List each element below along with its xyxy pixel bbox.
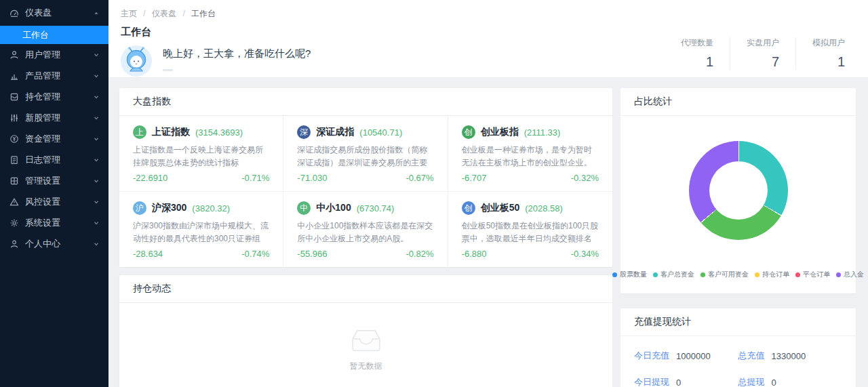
recharge-stats-title: 充值提现统计 [620,308,856,336]
chevron-down-icon [93,220,100,226]
bar-chart-icon [9,70,19,81]
legend-item-total-deposit[interactable]: 总入金 [836,270,864,279]
stat-agents: 代理数量 1 [665,37,730,70]
sidebar-item-funds-mgmt[interactable]: 资金管理 [0,128,108,149]
index-value: (2111.33) [524,127,561,138]
recharge-label: 总提现 [738,376,765,387]
index-value: (10540.71) [359,127,402,138]
legend-dot [755,272,760,277]
index-description: 深证成指交易所成份股价指数（简称深证成指）是深圳证券交易所的主要股指。 [297,144,433,169]
chart-legend: 股票数量 客户总资金 客户可用资金 持仓订单 平仓订单 总入金 [620,270,856,293]
sidebar-item-profile-center[interactable]: 个人中心 [0,233,108,254]
stat-value: 7 [747,54,779,70]
index-change: -55.966 [297,249,327,259]
sidebar-item-workbench[interactable]: 工作台 [0,26,108,44]
stat-label: 实盘用户 [747,37,779,49]
index-change: -6.707 [462,173,487,183]
recharge-stats-card: 充值提现统计 今日充值 1000000 总充值 1330000 今日提现 0 总… [620,308,856,387]
market-index-card: 大盘指数 上 上证指数 (3154.3693) 上证指数是一个反映上海证券交易所… [119,88,612,267]
coin-icon [9,134,19,144]
person-icon [9,239,19,249]
header-stats: 代理数量 1 实盘用户 7 模拟用户 1 [665,37,861,70]
sidebar-item-label: 仪表盘 [25,7,93,19]
index-badge: 上 [133,125,146,139]
sidebar-item-dashboard[interactable]: 仪表盘 [0,0,108,26]
greeting-underline [163,69,173,71]
index-card-chinext50: 创 创业板50 (2028.58) 创业板50指数是在创业板指的100只股票中，… [448,192,612,267]
sidebar-item-label: 日志管理 [25,154,93,166]
sidebar-item-system-settings[interactable]: 系统设置 [0,212,108,233]
sidebar-item-position-mgmt[interactable]: 持仓管理 [0,86,108,107]
index-change: -6.880 [462,249,487,259]
sidebar-item-logs-mgmt[interactable]: 日志管理 [0,149,108,170]
sidebar-item-user-mgmt[interactable]: 用户管理 [0,44,108,65]
stat-label: 模拟用户 [812,37,845,49]
index-badge: 创 [462,201,475,215]
user-icon [9,49,19,60]
legend-item-open-orders[interactable]: 持仓订单 [755,270,789,279]
folder-box-icon [9,91,19,102]
chevron-down-icon [93,178,100,184]
index-percent: -0.74% [241,249,269,259]
index-name: 中小100 [316,202,351,214]
sidebar-item-product-mgmt[interactable]: 产品管理 [0,65,108,86]
breadcrumb-home[interactable]: 主页 [121,9,137,18]
index-badge: 中 [297,201,311,215]
recharge-today: 今日充值 1000000 [634,350,738,362]
index-value: (2028.58) [525,203,563,213]
index-card-shanghai: 上 上证指数 (3154.3693) 上证指数是一个反映上海证券交易所挂牌股票总… [119,116,283,192]
positions-card: 持仓动态 暂无数据 [119,275,612,387]
index-badge: 创 [462,125,475,139]
recharge-grid: 今日充值 1000000 总充值 1330000 今日提现 0 总提现 0 [620,336,856,387]
index-name: 沪深300 [152,202,186,214]
index-value: (3820.32) [192,203,230,213]
legend-label: 股票数量 [620,270,647,279]
donut-chart[interactable] [689,141,788,240]
sliders-icon [9,113,19,123]
sidebar-item-risk-settings[interactable]: 风控设置 [0,191,108,212]
sidebar-item-label: 资金管理 [25,133,93,145]
index-name: 创业板50 [481,202,520,214]
chevron-down-icon [93,157,100,163]
index-percent: -0.67% [406,173,433,183]
legend-item-total-funds[interactable]: 客户总资金 [653,270,694,279]
index-card-sme100: 中 中小100 (6730.74) 中小企业100指数样本应该都是在深交所中小企… [283,192,448,267]
ratio-stats-title: 占比统计 [620,88,856,116]
sidebar-item-label: 管理设置 [25,175,93,187]
legend-label: 总入金 [844,270,864,279]
dashboard-icon [9,8,19,18]
index-change: -28.634 [133,249,163,259]
breadcrumb-separator: / [143,9,145,18]
index-description: 中小企业100指数样本应该都是在深交所中小企业板上市交易的A股。 [297,220,433,245]
stat-demo-users: 模拟用户 1 [795,37,861,70]
index-percent: -0.71% [241,173,269,183]
legend-dot [836,272,841,277]
legend-dot [701,272,705,277]
legend-label: 持仓订单 [762,270,789,279]
legend-item-available-funds[interactable]: 客户可用资金 [701,270,749,279]
sidebar-item-newstock-mgmt[interactable]: 新股管理 [0,107,108,128]
stat-label: 代理数量 [681,37,713,49]
breadcrumb: 主页 / 仪表盘 / 工作台 [121,8,852,20]
index-percent: -0.82% [406,249,433,259]
sidebar-item-admin-settings[interactable]: 管理设置 [0,170,108,191]
recharge-value: 1330000 [772,351,806,361]
legend-dot [612,272,617,277]
sidebar-item-label: 风控设置 [25,196,93,208]
recharge-label: 总充值 [738,350,765,362]
page-header: 主页 / 仪表盘 / 工作台 工作台 晚上好，王大拿，准备吃什么呢? [108,0,868,78]
empty-inbox-icon [351,328,382,354]
chevron-down-icon [93,52,100,58]
withdraw-total: 总提现 0 [738,376,843,387]
sidebar-item-label: 用户管理 [25,49,93,61]
chevron-down-icon [93,136,100,142]
withdraw-today: 今日提现 0 [634,376,738,387]
breadcrumb-section[interactable]: 仪表盘 [152,9,176,18]
legend-item-closed-orders[interactable]: 平仓订单 [795,270,830,279]
sidebar-item-label: 持仓管理 [25,91,93,103]
index-description: 上证指数是一个反映上海证券交易所挂牌股票总体走势的统计指标 [133,144,269,169]
legend-item-stock-count[interactable]: 股票数量 [612,270,647,279]
legend-dot [795,272,800,277]
warning-triangle-icon [9,197,19,207]
index-value: (6730.74) [357,203,395,213]
